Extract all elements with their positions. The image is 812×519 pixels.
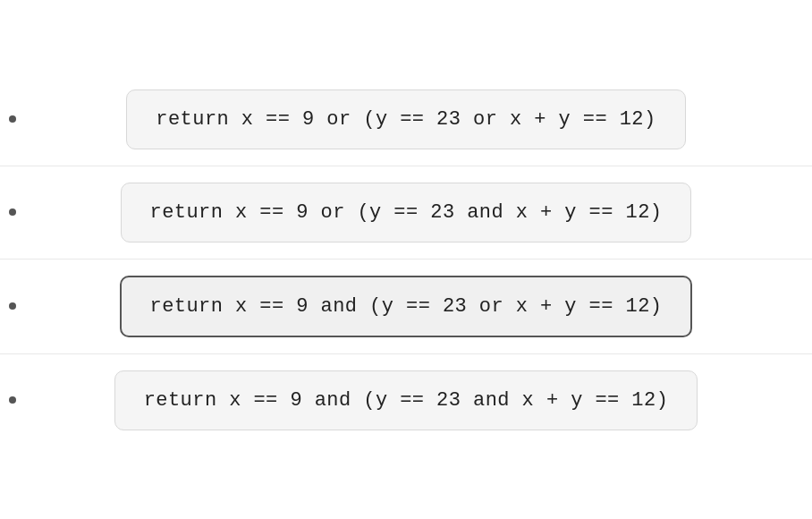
bullet-1: [9, 115, 16, 123]
code-text-2: return x == 9 or (y == 23 and x + y == 1…: [150, 201, 663, 224]
option-row-2[interactable]: return x == 9 or (y == 23 and x + y == 1…: [0, 166, 812, 260]
code-text-1: return x == 9 or (y == 23 or x + y == 12…: [156, 108, 656, 131]
code-text-4: return x == 9 and (y == 23 and x + y == …: [144, 389, 669, 412]
bullet-2: [9, 208, 16, 216]
option-row-1[interactable]: return x == 9 or (y == 23 or x + y == 12…: [0, 73, 812, 166]
code-box-1[interactable]: return x == 9 or (y == 23 or x + y == 12…: [126, 89, 685, 149]
bullet-3: [9, 302, 16, 310]
bullet-4: [9, 396, 16, 404]
code-text-3: return x == 9 and (y == 23 or x + y == 1…: [150, 295, 663, 318]
code-box-3[interactable]: return x == 9 and (y == 23 or x + y == 1…: [120, 276, 693, 337]
code-box-2[interactable]: return x == 9 or (y == 23 and x + y == 1…: [121, 183, 692, 242]
code-box-4[interactable]: return x == 9 and (y == 23 and x + y == …: [114, 370, 698, 430]
option-row-4[interactable]: return x == 9 and (y == 23 and x + y == …: [0, 354, 812, 447]
option-row-3[interactable]: return x == 9 and (y == 23 or x + y == 1…: [0, 260, 812, 354]
